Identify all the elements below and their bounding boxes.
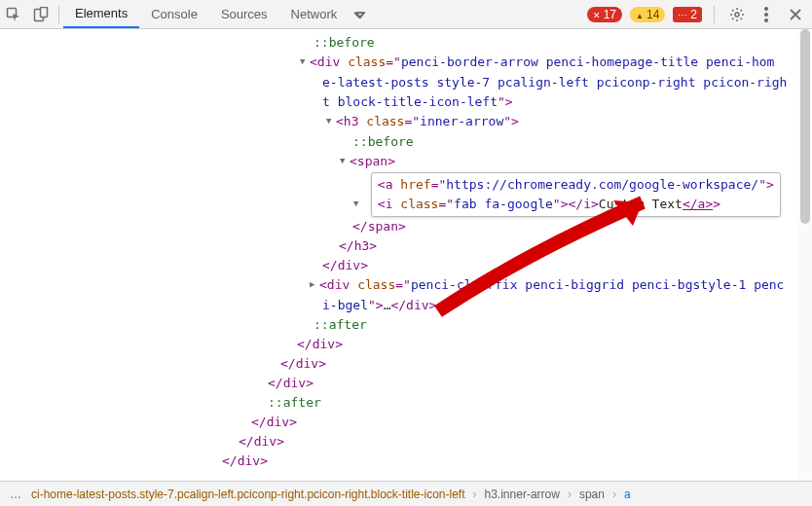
svg-point-4 <box>764 7 767 10</box>
dom-node-selected[interactable]: <a href="https://chromeready.com/google-… <box>0 172 812 217</box>
error-count: 17 <box>604 8 616 21</box>
crumb-h3[interactable]: h3.inner-arrow <box>481 488 564 501</box>
scrollbar-thumb[interactable] <box>800 29 810 224</box>
expand-caret[interactable] <box>300 53 310 73</box>
tab-elements[interactable]: Elements <box>63 0 139 28</box>
dom-close-div[interactable]: </div> <box>239 434 284 449</box>
dom-node-div-2[interactable]: <div class="penci-clearfix penci-biggrid… <box>0 275 812 296</box>
crumb-div-classes[interactable]: ci-home-latest-posts.style-7.pcalign-lef… <box>27 488 469 501</box>
message-count: 2 <box>690 8 697 21</box>
panel-tabs: Elements Console Sources Network <box>63 0 372 28</box>
svg-point-3 <box>735 13 739 17</box>
close-devtools-icon[interactable] <box>785 4 806 25</box>
svg-point-6 <box>764 18 767 21</box>
expand-caret[interactable] <box>326 112 336 132</box>
dom-node-div-1[interactable]: <div class="penci-border-arrow penci-hom… <box>0 53 812 73</box>
tab-sources[interactable]: Sources <box>209 0 279 28</box>
tab-network[interactable]: Network <box>279 0 350 28</box>
more-tabs-icon[interactable] <box>349 8 372 21</box>
devtools-toolbar: Elements Console Sources Network 17 14 2 <box>0 0 812 29</box>
breadcrumb-bar: … ci-home-latest-posts.style-7.pcalign-l… <box>0 481 812 506</box>
crumb-span[interactable]: span <box>575 488 609 501</box>
more-options-icon[interactable] <box>756 4 777 25</box>
svg-rect-2 <box>41 7 48 17</box>
pseudo-before[interactable]: ::before <box>314 35 375 50</box>
message-icon <box>678 8 687 21</box>
dom-close-div-1[interactable]: </div> <box>322 258 368 272</box>
pseudo-after[interactable]: ::after <box>268 395 321 410</box>
svg-point-5 <box>764 13 767 16</box>
toolbar-separator-right <box>714 6 715 23</box>
dom-close-div[interactable]: </div> <box>280 356 326 371</box>
dom-close-div[interactable]: </div> <box>222 453 268 468</box>
message-badge[interactable]: 2 <box>673 7 702 22</box>
pseudo-after[interactable]: ::after <box>314 317 367 332</box>
toolbar-separator <box>58 6 59 23</box>
error-badge[interactable]: 17 <box>587 7 622 22</box>
warning-icon <box>636 8 644 21</box>
dom-close-div[interactable]: </div> <box>297 337 343 351</box>
dom-close-span[interactable]: </span> <box>352 219 406 234</box>
tab-console[interactable]: Console <box>139 0 209 28</box>
dom-close-div[interactable]: </div> <box>268 376 314 390</box>
dom-close-h3[interactable]: </h3> <box>339 238 377 253</box>
dom-close-div[interactable]: </div> <box>251 415 297 429</box>
warning-badge[interactable]: 14 <box>630 7 665 22</box>
pseudo-before-h3[interactable]: ::before <box>352 134 414 149</box>
inspect-element-icon[interactable] <box>0 1 27 28</box>
settings-gear-icon[interactable] <box>726 4 748 25</box>
elements-panel[interactable]: ::before <div class="penci-border-arrow … <box>0 29 812 481</box>
expand-caret[interactable] <box>340 152 350 172</box>
dom-node-span[interactable]: <span> <box>0 152 812 172</box>
error-icon <box>593 8 601 21</box>
collapse-caret[interactable] <box>310 275 319 296</box>
crumb-a[interactable]: a <box>620 488 635 501</box>
dom-node-h3[interactable]: <h3 class="inner-arrow"> <box>0 112 812 132</box>
warning-count: 14 <box>646 8 659 21</box>
device-toggle-icon[interactable] <box>27 1 55 28</box>
expand-caret[interactable] <box>353 195 363 215</box>
vertical-scrollbar[interactable] <box>798 29 812 481</box>
crumb-more[interactable]: … <box>6 488 25 501</box>
